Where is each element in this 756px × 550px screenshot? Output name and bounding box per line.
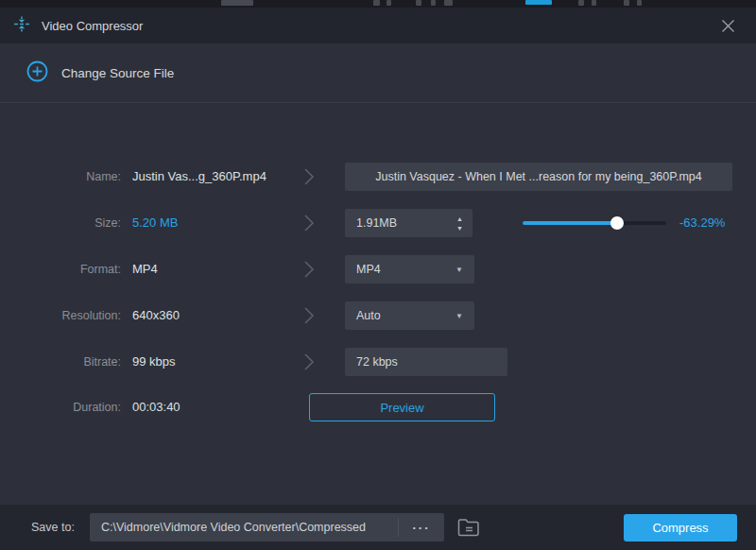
bitrate-label: Bitrate: xyxy=(28,348,121,376)
compression-percent: -63.29% xyxy=(679,209,725,237)
name-label: Name: xyxy=(28,163,121,191)
browse-button[interactable]: ··· xyxy=(399,521,444,535)
format-label: Format: xyxy=(28,255,121,284)
chevron-right-icon xyxy=(302,260,316,279)
size-spinner-buttons[interactable]: ▲ ▼ xyxy=(456,215,472,232)
format-select[interactable]: MP4 ▼ xyxy=(345,255,474,284)
bitrate-input[interactable] xyxy=(345,348,507,376)
dropdown-arrow-icon: ▼ xyxy=(455,266,463,274)
spin-down-icon[interactable]: ▼ xyxy=(456,225,463,232)
compress-button[interactable]: Compress xyxy=(624,514,737,541)
resolution-select[interactable]: Auto ▼ xyxy=(345,301,474,330)
chevron-right-icon xyxy=(302,167,316,186)
compressor-icon xyxy=(13,16,30,36)
titlebar: Video Compressor xyxy=(0,8,756,43)
window-title: Video Compressor xyxy=(42,19,143,33)
save-path-value[interactable]: C:\Vidmore\Vidmore Video Converter\Compr… xyxy=(90,521,398,534)
background-window-fragment xyxy=(637,0,642,6)
save-to-label: Save to: xyxy=(31,505,75,550)
size-label: Size: xyxy=(28,209,121,237)
resolution-label: Resolution: xyxy=(28,301,121,330)
chevron-right-icon xyxy=(302,306,316,325)
background-window-strip xyxy=(0,0,756,8)
duration-source-value: 00:03:40 xyxy=(132,393,180,421)
resolution-source-value: 640x360 xyxy=(132,301,180,330)
size-slider-thumb[interactable] xyxy=(610,216,624,230)
chevron-right-icon xyxy=(302,214,316,232)
bottom-bar: Save to: C:\Vidmore\Vidmore Video Conver… xyxy=(0,505,756,550)
format-row: Format: MP4 MP4 ▼ xyxy=(0,255,756,284)
duration-label: Duration: xyxy=(28,393,121,421)
background-window-fragment xyxy=(431,0,436,6)
bitrate-row: Bitrate: 99 kbps xyxy=(0,348,756,376)
dropdown-arrow-icon: ▼ xyxy=(455,312,463,320)
resolution-selected-value: Auto xyxy=(356,309,381,322)
name-source-value: Justin Vas...g_360P.mp4 xyxy=(132,163,266,191)
target-size-spinbox: ▲ ▼ xyxy=(345,209,472,237)
preview-button[interactable]: Preview xyxy=(309,393,495,421)
size-slider-fill xyxy=(523,221,617,225)
name-input[interactable] xyxy=(345,163,732,191)
change-source-file-button[interactable]: Change Source File xyxy=(0,43,756,103)
chevron-right-icon xyxy=(302,352,316,371)
background-window-fragment xyxy=(373,0,380,6)
background-window-fragment xyxy=(221,0,253,6)
close-icon xyxy=(721,19,735,33)
save-path-field: C:\Vidmore\Vidmore Video Converter\Compr… xyxy=(90,513,444,541)
size-source-value: 5.20 MB xyxy=(132,209,178,237)
change-source-file-label: Change Source File xyxy=(61,66,174,80)
folder-icon xyxy=(456,517,481,539)
open-folder-button[interactable] xyxy=(455,514,483,541)
format-selected-value: MP4 xyxy=(356,263,381,276)
bitrate-source-value: 99 kbps xyxy=(132,348,176,376)
close-button[interactable] xyxy=(714,13,741,38)
background-window-fragment xyxy=(624,0,629,6)
background-window-fragment xyxy=(387,0,391,6)
spin-up-icon[interactable]: ▲ xyxy=(456,215,463,222)
background-window-fragment xyxy=(416,0,421,6)
background-window-fragment xyxy=(592,0,596,6)
background-window-fragment xyxy=(444,0,453,6)
resolution-row: Resolution: 640x360 Auto ▼ xyxy=(0,301,756,330)
video-compressor-dialog: Video Compressor Change Source File Name… xyxy=(0,0,756,550)
format-source-value: MP4 xyxy=(132,255,158,284)
duration-row: Duration: 00:03:40 Preview xyxy=(0,393,756,421)
name-row: Name: Justin Vas...g_360P.mp4 xyxy=(0,163,756,191)
background-window-fragment xyxy=(578,0,584,6)
size-slider[interactable] xyxy=(523,221,666,225)
size-row: Size: 5.20 MB ▲ ▼ -63.29% xyxy=(0,209,756,237)
background-window-active-tab-fragment xyxy=(525,0,552,5)
plus-circle-icon xyxy=(26,60,48,86)
target-size-input[interactable] xyxy=(345,216,456,230)
